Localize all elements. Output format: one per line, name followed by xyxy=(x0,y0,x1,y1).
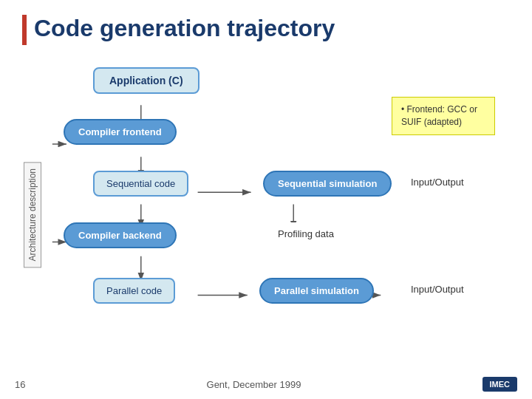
parallel-simulation-box: Parallel simulation xyxy=(259,278,374,304)
compiler-backend-box: Compiler backend xyxy=(64,222,177,248)
application-box: Application (C) xyxy=(93,67,200,94)
arch-description-label: Architecture description xyxy=(24,162,41,267)
slide: Code generation trajectory Architecture … xyxy=(0,0,532,399)
footer: 16 Gent, December 1999 IMEC xyxy=(0,377,532,392)
diagram: Application (C) Compiler frontend Sequen… xyxy=(49,60,510,370)
content-area: Architecture description xyxy=(22,60,510,370)
slide-title: Code generation trajectory xyxy=(22,15,510,45)
profiling-data-box: Profiling data xyxy=(270,222,341,245)
footer-location: Gent, December 1999 xyxy=(207,379,301,390)
sequential-code-box: Sequential code xyxy=(93,171,188,197)
io-label-1: Input/Output xyxy=(411,177,464,188)
footer-logo: IMEC xyxy=(482,377,518,392)
sequential-simulation-box: Sequential simulation xyxy=(263,171,392,197)
compiler-frontend-box: Compiler frontend xyxy=(64,119,177,145)
arch-label-container: Architecture description xyxy=(22,60,43,370)
page-number: 16 xyxy=(15,379,25,390)
frontend-note: • Frontend: GCC or SUIF (adapted) xyxy=(392,97,495,135)
parallel-code-box: Parallel code xyxy=(93,278,175,304)
io-label-2: Input/Output xyxy=(411,284,464,295)
